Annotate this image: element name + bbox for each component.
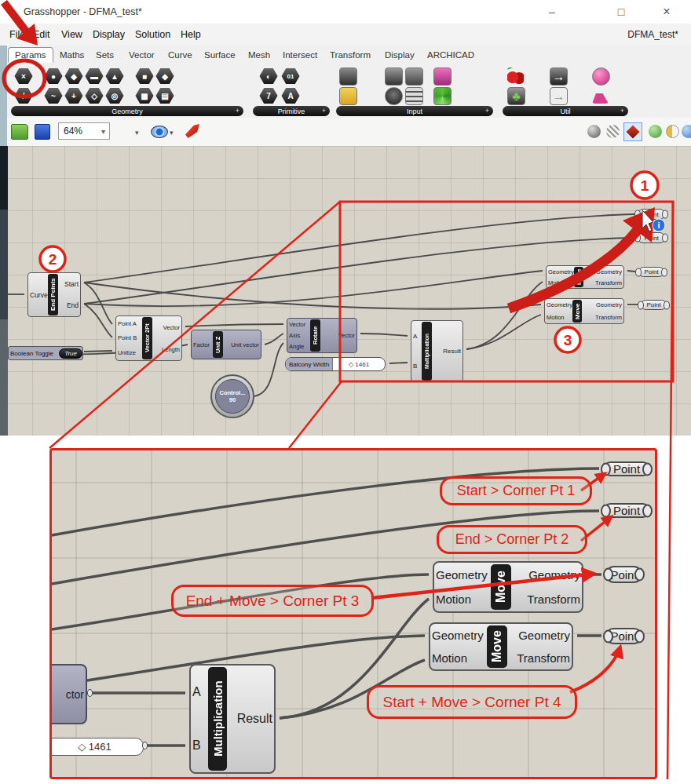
minimize-button[interactable]: – <box>534 0 570 24</box>
trigger-arrow-icon[interactable]: → <box>550 87 568 105</box>
preview-eye-icon[interactable] <box>151 126 168 138</box>
node-tag[interactable]: Multiplication <box>422 322 432 381</box>
tab-params[interactable]: Params <box>8 47 53 63</box>
node-control-knob[interactable]: Control...90 <box>210 374 254 418</box>
param-point-2[interactable]: Point <box>638 232 665 243</box>
inset-point-4[interactable]: Point <box>605 628 642 644</box>
menu-edit[interactable]: Edit <box>33 29 50 40</box>
paint-brush-icon[interactable] <box>185 124 199 138</box>
close-button[interactable]: × <box>649 0 685 24</box>
geometry-icon[interactable]: / <box>14 87 33 104</box>
primitive-icon[interactable]: ◐ <box>259 67 278 85</box>
param-point-3[interactable]: Point <box>638 267 664 277</box>
inset-slider-partial[interactable]: ◇ 1461 <box>49 738 144 756</box>
geometry-icon[interactable]: ~ <box>44 87 63 104</box>
zoom-select[interactable]: 64%▾ <box>58 122 110 140</box>
node-tag[interactable]: Move <box>572 300 582 323</box>
param-geometry-icon[interactable]: × <box>14 67 33 85</box>
inset-point-3[interactable]: Point <box>605 566 642 583</box>
cherry-data-icon[interactable] <box>507 67 524 84</box>
slider-value[interactable]: ◇ 1461 <box>49 741 143 753</box>
menu-view[interactable]: View <box>61 29 82 40</box>
panel-icon[interactable] <box>385 67 403 86</box>
input-curve[interactable]: Curve <box>28 291 47 299</box>
inset-move-2[interactable]: GeometryMotion Move GeometryTransform <box>429 622 573 671</box>
node-boolean-toggle[interactable]: Boolean Toggle True <box>8 346 83 360</box>
geometry-icon[interactable]: ■ <box>135 67 154 85</box>
tab-archicad[interactable]: ARCHICAD <box>421 48 481 62</box>
maximize-button[interactable]: □ <box>603 0 639 24</box>
flask-icon[interactable] <box>592 87 609 104</box>
zoom-extents-icon[interactable] <box>119 125 135 140</box>
output-end[interactable]: End <box>59 301 80 309</box>
relay-arrow-icon[interactable]: → <box>550 67 568 86</box>
toggle-value[interactable]: True <box>59 348 82 359</box>
param-point-1[interactable]: Point <box>638 209 665 220</box>
geometry-icon[interactable]: ▲ <box>105 67 124 85</box>
node-unit-z[interactable]: Factor Unit Z Unit vector <box>191 330 261 359</box>
chevron-down-icon[interactable]: ▾ <box>135 129 139 137</box>
slider-value[interactable]: ◇ 1461 <box>333 361 385 368</box>
open-file-icon[interactable] <box>11 124 28 140</box>
galapagos-tree-icon[interactable]: ♣ <box>507 87 525 105</box>
output-nub[interactable] <box>142 742 148 749</box>
node-tag[interactable]: End Points <box>48 274 58 315</box>
node-balcony-width-slider[interactable]: Balcony Width ◇ 1461 <box>285 357 386 371</box>
group-geometry[interactable]: Geometry+ <box>11 106 243 116</box>
node-end-points[interactable]: Curve End Points StartEnd <box>27 272 81 317</box>
node-rotate[interactable]: VectorAxisAngle Rotate Vector <box>287 318 357 353</box>
inset-move-1[interactable]: GeometryMotion Move GeometryTransform <box>433 561 583 613</box>
inset-point-1[interactable]: Point <box>603 461 650 476</box>
tab-vector[interactable]: Vector <box>122 48 161 62</box>
node-multiplication[interactable]: AB Multiplication Result <box>411 320 463 382</box>
tab-mesh[interactable]: Mesh <box>242 48 276 62</box>
geometry-icon[interactable]: ● <box>44 67 63 85</box>
node-tag[interactable]: Rotate <box>310 319 320 352</box>
menu-help[interactable]: Help <box>181 29 201 40</box>
colour-swatch-icon[interactable] <box>433 87 452 105</box>
blue-ball-icon[interactable] <box>682 125 691 138</box>
group-input[interactable]: Input+ <box>336 106 493 116</box>
tab-intersect[interactable]: Intersect <box>276 48 324 62</box>
grasshopper-canvas[interactable]: Curve End Points StartEnd Point APoint B… <box>0 146 691 436</box>
geometry-icon[interactable]: ▤ <box>155 87 174 104</box>
tab-transform[interactable]: Transform <box>324 48 377 62</box>
chevron-down-icon[interactable]: ▾ <box>170 129 174 137</box>
group-util[interactable]: Util+ <box>503 106 628 116</box>
gradient-icon[interactable] <box>433 67 452 86</box>
list-icon[interactable] <box>405 87 423 105</box>
tab-display[interactable]: Display <box>378 48 421 62</box>
group-primitive[interactable]: Primitive+ <box>253 106 330 116</box>
param-point-4[interactable]: Point <box>641 300 667 310</box>
tab-maths[interactable]: Maths <box>53 48 90 62</box>
geometry-icon[interactable]: + <box>64 87 83 104</box>
geometry-icon[interactable]: ◆ <box>64 67 83 85</box>
node-tag[interactable]: Move <box>574 267 583 287</box>
output-nub[interactable] <box>87 689 93 697</box>
tab-sets[interactable]: Sets <box>90 48 120 62</box>
knob-icon[interactable] <box>385 87 403 105</box>
geometry-icon[interactable]: ◎ <box>105 87 124 104</box>
menu-solution[interactable]: Solution <box>135 29 170 40</box>
slider-icon[interactable] <box>339 87 357 105</box>
inset-multiplication[interactable]: AB Multiplication Result <box>189 664 276 774</box>
green-ball-icon[interactable] <box>649 125 662 138</box>
orange-ball-icon[interactable] <box>666 125 679 138</box>
wireframe-preview-icon[interactable] <box>587 125 601 138</box>
graph-mapper-icon[interactable] <box>405 67 423 86</box>
shaded-preview-icon[interactable] <box>606 125 620 138</box>
tab-surface[interactable]: Surface <box>198 48 242 62</box>
geometry-icon[interactable]: ◇ <box>85 87 104 104</box>
button-object-icon[interactable] <box>339 67 357 86</box>
node-move-1[interactable]: GeometryMotion Move GeometryTransform <box>546 265 624 289</box>
primitive-icon[interactable]: 01 <box>281 67 300 85</box>
primitive-icon[interactable]: A <box>281 87 300 104</box>
node-tag[interactable]: Move <box>491 564 511 610</box>
save-file-icon[interactable] <box>35 124 50 140</box>
geometry-icon[interactable]: ▦ <box>135 87 154 104</box>
tab-curve[interactable]: Curve <box>162 48 199 62</box>
node-vector-2pt[interactable]: Point APoint BUnitize Vector 2Pt VectorL… <box>115 315 182 361</box>
inset-vector-partial[interactable]: ctor <box>49 664 87 724</box>
geometry-icon[interactable]: ◈ <box>155 67 174 85</box>
node-tag[interactable]: Vector 2Pt <box>142 317 152 359</box>
